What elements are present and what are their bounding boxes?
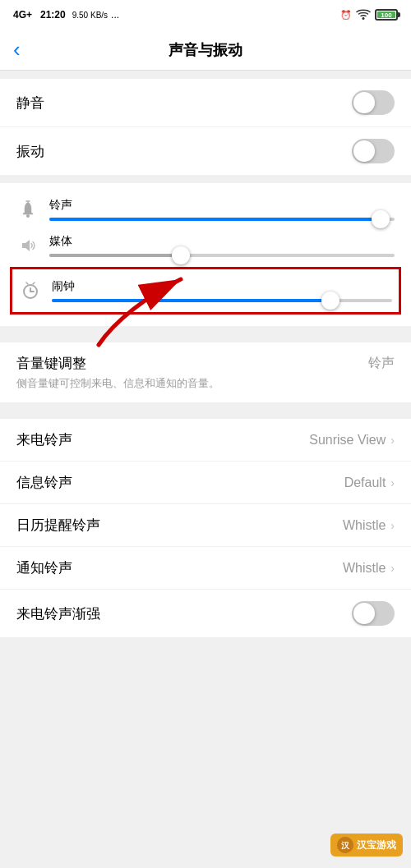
mute-label: 静音 xyxy=(16,94,44,113)
volume-key-value: 铃声 xyxy=(368,355,395,372)
back-button[interactable]: ‹ xyxy=(13,30,27,69)
svg-line-8 xyxy=(33,282,35,284)
status-left: 4G+ 21:20 9.50 KB/s ... xyxy=(13,9,119,21)
incoming-ramp-toggle[interactable] xyxy=(352,601,395,626)
incoming-ringtone-value-container: Sunrise View › xyxy=(309,433,395,448)
section-mute-vibrate: 静音 振动 xyxy=(0,79,411,175)
calendar-ringtone-value: Whistle xyxy=(343,518,386,533)
alarm-fill xyxy=(52,299,330,302)
message-ringtone-row[interactable]: 信息铃声 Default › xyxy=(0,462,411,504)
svg-marker-3 xyxy=(22,240,30,251)
section-sliders: 铃声 媒体 xyxy=(0,183,411,326)
media-slider-row: 媒体 xyxy=(16,227,395,264)
bell-icon xyxy=(16,198,39,221)
incoming-ringtone-chevron: › xyxy=(390,434,395,447)
mute-toggle-thumb xyxy=(353,92,375,113)
media-label: 媒体 xyxy=(49,234,395,249)
vibrate-toggle-thumb xyxy=(353,140,375,162)
section-ringtones: 来电铃声 Sunrise View › 信息铃声 Default › 日历提醒铃… xyxy=(0,419,411,637)
nav-bar: ‹ 声音与振动 xyxy=(0,30,411,71)
volume-key-label: 音量键调整 xyxy=(16,354,86,373)
incoming-ringtone-row[interactable]: 来电铃声 Sunrise View › xyxy=(0,419,411,462)
mute-toggle[interactable] xyxy=(352,90,395,115)
media-slider-container: 媒体 xyxy=(49,234,395,257)
message-ringtone-value: Default xyxy=(344,475,386,490)
ringtone-thumb xyxy=(372,210,390,228)
incoming-ramp-toggle-thumb xyxy=(353,603,375,624)
svg-text:汉: 汉 xyxy=(341,841,350,850)
wifi-icon xyxy=(356,9,371,21)
alarm-icon: ⏰ xyxy=(340,10,352,21)
alarm-slider-row: 闹钟 xyxy=(19,273,392,309)
section-volume-key: 音量键调整 铃声 侧音量键可控制来电、信息和通知的音量。 xyxy=(0,342,411,402)
ringtone-label: 铃声 xyxy=(49,198,395,213)
watermark-text: 汉宝游戏 xyxy=(357,838,396,852)
network-speed: 9.50 KB/s xyxy=(72,11,108,20)
incoming-ramp-label: 来电铃声渐强 xyxy=(16,604,100,623)
calendar-ringtone-row[interactable]: 日历提醒铃声 Whistle › xyxy=(0,504,411,547)
incoming-ringtone-label: 来电铃声 xyxy=(16,430,72,449)
svg-line-7 xyxy=(26,282,28,284)
ringtone-track[interactable] xyxy=(49,218,395,221)
calendar-ringtone-value-container: Whistle › xyxy=(343,518,395,533)
svg-point-0 xyxy=(363,17,365,20)
ringtone-fill xyxy=(49,218,381,221)
volume-key-value-container[interactable]: 铃声 xyxy=(368,355,395,372)
status-bar: 4G+ 21:20 9.50 KB/s ... ⏰ 100 xyxy=(0,0,411,30)
page-title: 声音与振动 xyxy=(169,40,242,60)
mute-row: 静音 xyxy=(0,79,411,127)
notification-ringtone-label: 通知铃声 xyxy=(16,558,72,577)
media-thumb xyxy=(172,246,190,264)
alarm-highlight-box: 闹钟 xyxy=(10,267,401,315)
message-ringtone-chevron: › xyxy=(390,476,395,489)
message-ringtone-label: 信息铃声 xyxy=(16,473,72,492)
signal-strength: 4G+ xyxy=(13,9,32,21)
volume-key-subtitle: 侧音量键可控制来电、信息和通知的音量。 xyxy=(0,376,411,402)
incoming-ringtone-value: Sunrise View xyxy=(309,433,386,448)
media-track[interactable] xyxy=(49,254,395,257)
ringtone-slider-row: 铃声 xyxy=(16,191,395,227)
incoming-ramp-row: 来电铃声渐强 xyxy=(0,590,411,637)
volume-key-row: 音量键调整 铃声 xyxy=(0,342,411,376)
alarm-label: 闹钟 xyxy=(52,279,392,294)
vibrate-toggle[interactable] xyxy=(352,139,395,163)
speaker-icon xyxy=(16,234,39,257)
notification-ringtone-value-container: Whistle › xyxy=(343,561,395,576)
notification-ringtone-row[interactable]: 通知铃声 Whistle › xyxy=(0,547,411,590)
watermark: 汉 汉宝游戏 xyxy=(330,834,403,857)
status-right: ⏰ 100 xyxy=(340,9,398,21)
time: 21:20 xyxy=(40,9,66,21)
message-ringtone-value-container: Default › xyxy=(344,475,395,490)
calendar-ringtone-chevron: › xyxy=(390,519,395,532)
alarm-track[interactable] xyxy=(52,299,392,302)
clock-icon xyxy=(19,279,42,302)
dots: ... xyxy=(111,9,119,21)
notification-ringtone-value: Whistle xyxy=(343,561,386,576)
vibrate-label: 振动 xyxy=(16,142,44,161)
watermark-logo: 汉 xyxy=(337,837,353,853)
alarm-thumb xyxy=(321,292,339,310)
media-fill xyxy=(49,254,181,257)
vibrate-row: 振动 xyxy=(0,127,411,175)
calendar-ringtone-label: 日历提醒铃声 xyxy=(16,516,100,535)
battery-indicator: 100 xyxy=(375,9,398,21)
ringtone-slider-container: 铃声 xyxy=(49,198,395,221)
alarm-slider-container: 闹钟 xyxy=(52,279,392,302)
svg-point-1 xyxy=(26,214,30,218)
notification-ringtone-chevron: › xyxy=(390,562,395,575)
